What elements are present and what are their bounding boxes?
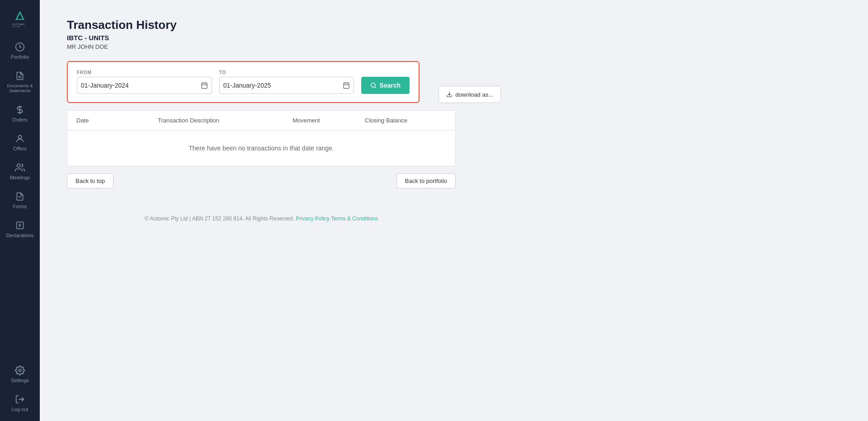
sidebar-item-orders[interactable]: Orders: [0, 99, 40, 128]
back-to-top-button[interactable]: Back to top: [67, 173, 113, 188]
from-label: FROM: [77, 70, 212, 75]
sidebar-item-offers[interactable]: Offers: [0, 128, 40, 157]
sidebar-item-settings[interactable]: Settings: [0, 360, 40, 388]
privacy-policy-link[interactable]: Privacy Policy: [296, 215, 330, 222]
svg-line-22: [375, 87, 376, 88]
empty-message: There have been no transactions in that …: [189, 145, 334, 152]
svg-text:GROUP: GROUP: [12, 26, 20, 27]
orders-icon: [14, 104, 25, 115]
col-date: Date: [76, 117, 158, 124]
sidebar-nav: Portfolio Documents & Statements: [0, 33, 40, 360]
logo-area: AUTOMIC GROUP: [10, 0, 30, 33]
to-input-wrap: [219, 77, 354, 94]
footer: © Automic Pty Ltd | ABN 27 152 260 814. …: [67, 215, 456, 222]
svg-point-11: [19, 369, 21, 372]
sidebar: AUTOMIC GROUP Portfolio: [0, 0, 40, 421]
sidebar-item-documents[interactable]: Documents & Statements: [0, 65, 40, 99]
table-header: Date Transaction Description Movement Cl…: [67, 111, 455, 131]
to-label: TO: [219, 70, 354, 75]
page-user: MR JOHN DOE: [67, 43, 841, 50]
from-field: FROM: [77, 70, 212, 94]
download-button[interactable]: download as...: [439, 86, 501, 103]
declarations-icon: [14, 220, 25, 231]
sidebar-item-forms[interactable]: Forms: [0, 186, 40, 215]
offers-icon: [14, 133, 25, 144]
from-input-wrap: [77, 77, 212, 94]
svg-point-21: [371, 83, 375, 87]
settings-icon: [14, 365, 25, 376]
search-button[interactable]: Search: [361, 77, 410, 94]
documents-icon: [14, 70, 25, 81]
terms-link[interactable]: Terms & Conditions: [331, 215, 378, 222]
sidebar-item-logout[interactable]: Log out: [0, 388, 40, 417]
col-movement: Movement: [292, 117, 365, 124]
filter-box: FROM TO: [67, 61, 420, 103]
sidebar-bottom: Settings Log out: [0, 360, 40, 421]
from-date-input[interactable]: [81, 82, 201, 89]
logout-icon: [14, 394, 25, 405]
from-calendar-button[interactable]: [201, 82, 208, 89]
search-label: Search: [379, 82, 401, 89]
svg-rect-13: [202, 83, 207, 89]
page-subtitle: IBTC - UNITS: [67, 34, 841, 42]
back-to-portfolio-button[interactable]: Back to portfolio: [396, 173, 456, 188]
svg-rect-17: [344, 83, 349, 89]
sidebar-item-meetings[interactable]: Meetings: [0, 157, 40, 186]
to-date-input[interactable]: [223, 82, 343, 89]
page-title: Transaction History: [67, 18, 841, 32]
col-closing-balance: Closing Balance: [365, 117, 446, 124]
action-buttons: Back to top Back to portfolio: [67, 173, 456, 188]
transaction-table: Date Transaction Description Movement Cl…: [67, 110, 456, 166]
to-field: TO: [219, 70, 354, 94]
col-description: Transaction Description: [158, 117, 292, 124]
svg-point-8: [17, 164, 20, 167]
download-label: download as...: [455, 91, 493, 98]
sidebar-item-portfolio[interactable]: Portfolio: [0, 36, 40, 65]
meetings-icon: [14, 162, 25, 173]
automic-logo: AUTOMIC GROUP: [10, 7, 30, 27]
footer-copyright: © Automic Pty Ltd | ABN 27 152 260 814. …: [145, 215, 294, 222]
sidebar-item-declarations[interactable]: Declarations: [0, 215, 40, 243]
main-content: Transaction History IBTC - UNITS MR JOHN…: [40, 0, 868, 421]
table-body: There have been no transactions in that …: [67, 131, 455, 166]
portfolio-icon: [14, 42, 25, 52]
forms-icon: [14, 191, 25, 202]
svg-point-7: [18, 135, 21, 138]
to-calendar-button[interactable]: [343, 82, 350, 89]
